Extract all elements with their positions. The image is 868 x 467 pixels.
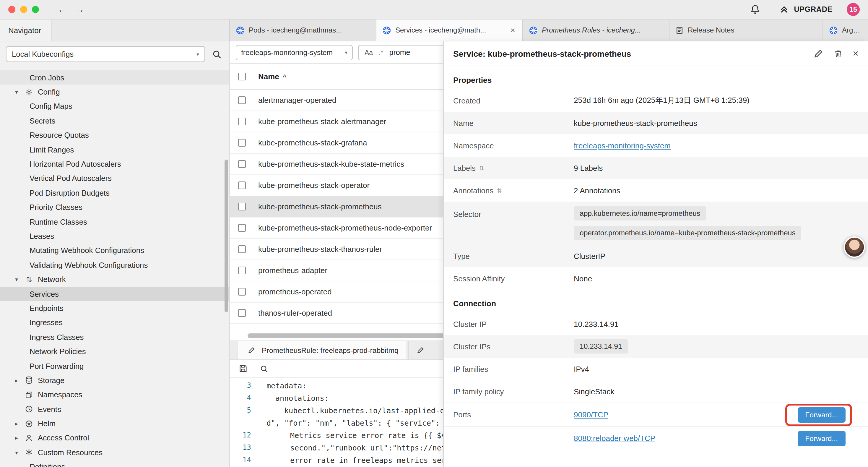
sidebar-item-ingress-classes[interactable]: Ingress Classes	[0, 330, 229, 344]
namespace-filter-select[interactable]: freeleaps-monitoring-system ▾	[236, 45, 353, 60]
search-icon[interactable]	[258, 363, 270, 374]
app-window: ← → UPGRADE 15 Navigator Pods - icecheng	[0, 0, 868, 467]
property-row-type: Type ClusterIP	[444, 245, 868, 267]
sidebar-item-network[interactable]: ▾ ⇅ Network	[0, 272, 229, 287]
tab-navigator[interactable]: Navigator	[0, 20, 52, 41]
row-checkbox[interactable]	[238, 245, 246, 253]
row-checkbox[interactable]	[238, 181, 246, 189]
forward-button[interactable]: Forward...	[797, 407, 845, 422]
row-checkbox[interactable]	[238, 224, 246, 232]
tab-release-notes[interactable]: Release Notes	[670, 20, 823, 41]
sidebar-item-port-forwarding[interactable]: Port Forwarding	[0, 359, 229, 373]
sidebar-item-secrets[interactable]: Secrets	[0, 114, 229, 128]
sidebar-item-priority-classes[interactable]: Priority Classes	[0, 200, 229, 214]
row-checkbox[interactable]	[238, 309, 246, 317]
row-checkbox[interactable]	[238, 118, 246, 125]
minimize-window-button[interactable]	[20, 6, 27, 13]
sidebar-item-ingresses[interactable]: Ingresses	[0, 315, 229, 330]
sidebar-item-vertical-pod-autoscalers[interactable]: Vertical Pod Autoscalers	[0, 171, 229, 185]
chevron-down-icon: ▾	[13, 449, 20, 456]
line-number: 14	[230, 454, 251, 466]
tab-label: Release Notes	[688, 26, 816, 34]
sidebar-item-mutating-webhook-configurations[interactable]: Mutating Webhook Configurations	[0, 243, 229, 258]
property-label: Namespace	[453, 141, 574, 150]
storage-icon	[24, 376, 34, 384]
forward-icon[interactable]: →	[73, 4, 86, 15]
dock-tab-prometheusrule[interactable]: PrometheusRule: freeleaps-prod-rabbitmq	[237, 341, 407, 359]
close-tab-icon[interactable]: ×	[509, 25, 517, 35]
property-label: Ports	[453, 410, 574, 419]
titlebar: ← → UPGRADE 15	[0, 0, 868, 20]
property-value[interactable]: 2 Annotations	[574, 186, 620, 195]
tab-pods[interactable]: Pods - icecheng@mathmas...	[230, 20, 376, 41]
sidebar-item-label: Leases	[30, 232, 54, 241]
sidebar-item-custom-resources[interactable]: ▾ Custom Resources	[0, 445, 229, 460]
search-icon[interactable]	[211, 49, 222, 60]
back-icon[interactable]: ←	[56, 4, 68, 15]
sidebar-item-runtime-classes[interactable]: Runtime Classes	[0, 214, 229, 229]
sidebar-item-services[interactable]: Services	[0, 287, 229, 301]
sidebar-item-config[interactable]: ▾ Config	[0, 85, 229, 99]
code-text: error rate in freeleaps metrics ser	[251, 454, 446, 466]
row-checkbox[interactable]	[238, 96, 246, 104]
property-row-name: Name kube-prometheus-stack-prometheus	[444, 112, 868, 134]
name-column-header[interactable]: Name^	[258, 72, 286, 81]
sidebar-item-limit-ranges[interactable]: Limit Ranges	[0, 143, 229, 157]
sidebar-item-helm[interactable]: ▸ Helm	[0, 416, 229, 431]
sidebar-item-label: Custom Resources	[38, 448, 102, 457]
regex-toggle[interactable]: .*	[379, 49, 383, 56]
sidebar-item-config-maps[interactable]: Config Maps	[0, 99, 229, 114]
notifications-bell-icon[interactable]	[749, 4, 761, 15]
row-checkbox[interactable]	[238, 288, 246, 296]
sidebar-item-horizontal-pod-autoscalers[interactable]: Horizontal Pod Autoscalers	[0, 157, 229, 171]
tab-argo[interactable]: Argo Se	[823, 20, 868, 41]
row-checkbox[interactable]	[238, 139, 246, 147]
sidebar-item-label: Priority Classes	[30, 203, 83, 212]
property-value[interactable]: 9 Labels	[574, 164, 603, 172]
sidebar-item-leases[interactable]: Leases	[0, 229, 229, 243]
save-icon[interactable]	[238, 363, 249, 374]
row-checkbox[interactable]	[238, 203, 246, 210]
sidebar-item-cron-jobs[interactable]: Cron Jobs	[0, 70, 229, 85]
property-label: Type	[453, 252, 574, 260]
maximize-window-button[interactable]	[32, 6, 39, 13]
sidebar-item-validating-webhook-configurations[interactable]: Validating Webhook Configurations	[0, 258, 229, 272]
select-all-checkbox[interactable]	[238, 73, 246, 80]
forward-button[interactable]: Forward...	[797, 431, 845, 446]
sidebar-item-label: Namespaces	[38, 390, 82, 399]
close-window-button[interactable]	[8, 6, 16, 13]
namespace-link[interactable]: freeleaps-monitoring-system	[574, 141, 671, 150]
sidebar-item-pod-disruption-budgets[interactable]: Pod Disruption Budgets	[0, 185, 229, 200]
sort-arrows-icon[interactable]: ⇅	[497, 187, 502, 194]
sidebar-item-endpoints[interactable]: Endpoints	[0, 301, 229, 316]
close-icon[interactable]: ×	[852, 49, 859, 59]
service-name: prometheus-adapter	[258, 266, 327, 275]
port-link[interactable]: 8080:reloader-web/TCP	[574, 434, 655, 443]
tab-services[interactable]: Services - icecheng@math... ×	[376, 20, 523, 41]
row-checkbox[interactable]	[238, 160, 246, 168]
sidebar-item-access-control[interactable]: ▸ Access Control	[0, 431, 229, 445]
chevron-right-icon: ▸	[13, 435, 20, 441]
match-case-toggle[interactable]: Aa	[365, 49, 373, 56]
user-avatar[interactable]	[844, 236, 865, 258]
tab-prometheus-rules[interactable]: Prometheus Rules - icecheng...	[523, 20, 670, 41]
sidebar-item-network-policies[interactable]: Network Policies	[0, 344, 229, 359]
sidebar-item-namespaces[interactable]: Namespaces	[0, 387, 229, 402]
sidebar-item-storage[interactable]: ▸ Storage	[0, 373, 229, 387]
kubeconfig-selector[interactable]: Local Kubeconfigs ▾	[6, 46, 205, 62]
row-checkbox[interactable]	[238, 267, 246, 274]
upgrade-button[interactable]: UPGRADE	[778, 4, 833, 15]
sort-arrows-icon[interactable]: ⇅	[479, 165, 484, 171]
code-text: d", "for": "nm", "labels": { "service": …	[251, 417, 449, 429]
dock-tab-partial[interactable]	[409, 341, 432, 359]
sidebar-item-label: Config Maps	[30, 102, 72, 111]
sidebar-item-label: Port Forwarding	[30, 361, 84, 370]
sidebar-item-resource-quotas[interactable]: Resource Quotas	[0, 128, 229, 143]
sidebar-scrollbar[interactable]	[224, 159, 228, 312]
notification-count-badge[interactable]: 15	[847, 3, 860, 16]
sidebar-item-events[interactable]: Events	[0, 402, 229, 416]
port-link[interactable]: 9090/TCP	[574, 410, 608, 419]
sidebar-item-definitions[interactable]: Definitions	[0, 460, 229, 467]
edit-pencil-icon[interactable]	[812, 48, 824, 59]
trash-icon[interactable]	[833, 48, 844, 59]
